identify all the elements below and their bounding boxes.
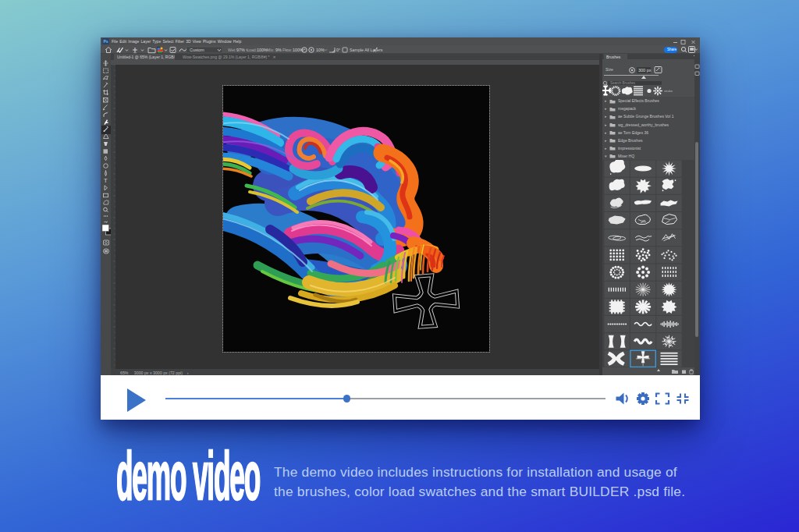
svg-text:Custom: Custom <box>190 48 204 52</box>
svg-text:Load:: Load: <box>247 48 257 52</box>
svg-text:Mix:: Mix: <box>267 48 275 52</box>
svg-text:Sample All Layers: Sample All Layers <box>350 48 383 52</box>
svg-text:9%: 9% <box>275 48 282 52</box>
svg-text:100%: 100% <box>257 48 268 52</box>
svg-text:Flow:: Flow: <box>282 48 293 52</box>
svg-text:T: T <box>104 177 108 184</box>
svg-text:10%: 10% <box>316 48 325 52</box>
svg-text:0°: 0° <box>336 48 340 52</box>
svg-text:97%: 97% <box>236 48 245 52</box>
svg-text:Wet:: Wet: <box>228 48 236 52</box>
svg-text:stroke: stroke <box>664 89 673 93</box>
